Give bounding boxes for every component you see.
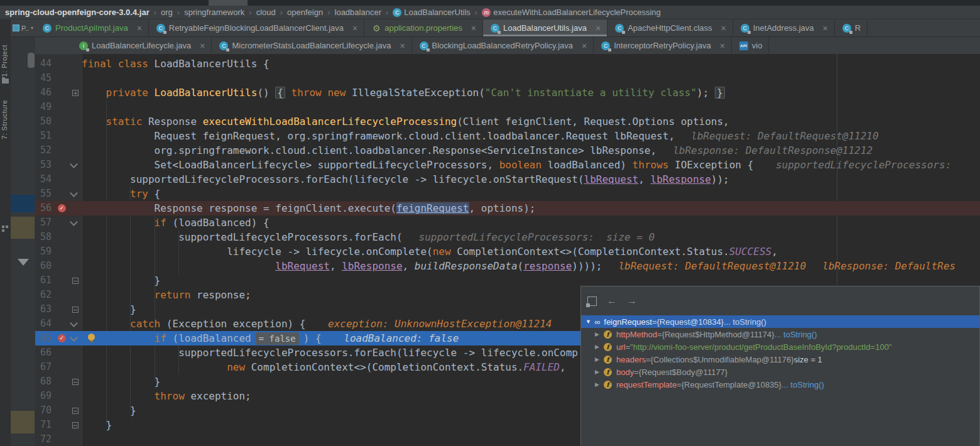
gutter[interactable]: 46: [35, 85, 82, 100]
code-line-46: 46private LoadBalancerUtils() { throw ne…: [35, 85, 980, 100]
gutter[interactable]: 51: [35, 129, 82, 143]
editor-tab[interactable]: CInetAddress.java×: [733, 19, 835, 36]
breadcrumb-item[interactable]: spring-cloud-openfeign-core-3.0.4.jar: [5, 8, 150, 17]
expand-triangle-icon[interactable]: ▶: [595, 331, 604, 337]
back-arrow-icon[interactable]: ←: [607, 296, 617, 306]
fold-arrow-icon[interactable]: [70, 218, 78, 226]
expand-triangle-icon[interactable]: ▶: [595, 369, 604, 375]
editor-tab[interactable]: CLoadBalancerUtils.java×: [483, 19, 607, 36]
close-icon[interactable]: ×: [823, 24, 828, 33]
gutter[interactable]: 45: [35, 71, 82, 85]
editor-tab[interactable]: CRetryableFeignBlockingLoadBalancerClien…: [149, 19, 364, 36]
debugger-variable-row[interactable]: ▶furl = "http://viomi-foo-server/product…: [581, 340, 979, 353]
fold-arrow-icon[interactable]: [70, 334, 78, 342]
code-token: [148, 87, 155, 99]
close-icon[interactable]: ×: [582, 41, 587, 50]
gutter[interactable]: 57: [35, 215, 82, 230]
breakpoint-icon[interactable]: [58, 334, 66, 342]
code-token: (Client feignClient, Request.Options opt…: [457, 116, 729, 128]
gutter[interactable]: 72: [35, 432, 82, 446]
breakpoint-icon[interactable]: [58, 204, 66, 212]
fold-arrow-icon[interactable]: [70, 189, 78, 197]
gutter[interactable]: 65: [35, 331, 82, 345]
expand-triangle-icon[interactable]: [18, 259, 29, 266]
debugger-variable-row[interactable]: ▶fheaders = {Collections$UnmodifiableMap…: [581, 353, 979, 366]
editor-tab[interactable]: CProductApiImpl.java×: [35, 19, 149, 36]
close-icon[interactable]: ×: [720, 41, 725, 50]
gutter[interactable]: 66: [35, 345, 82, 360]
expand-triangle-icon[interactable]: ▶: [595, 344, 604, 350]
gutter[interactable]: 55: [35, 187, 82, 201]
gutter[interactable]: 56: [35, 201, 82, 215]
tool-stripe-project-button[interactable]: 1: Project: [1, 45, 8, 77]
debugger-variable-row[interactable]: ▼∞feignRequest = {Request@10834} ... toS…: [581, 315, 979, 328]
project-panel-header[interactable]: P.. ▾: [11, 19, 35, 37]
gutter[interactable]: 71: [35, 418, 82, 432]
breadcrumb-item[interactable]: loadbalancer: [335, 8, 381, 17]
editor-tab[interactable]: CBlockingLoadBalancedRetryPolicy.java×: [412, 37, 594, 54]
project-panel-scrollbar[interactable]: [28, 53, 35, 68]
fold-arrow-icon[interactable]: [70, 319, 78, 327]
editor-tab[interactable]: CInterceptorRetryPolicy.java×: [594, 37, 732, 54]
breadcrumb-item[interactable]: CLoadBalancerUtils: [393, 8, 471, 17]
breadcrumb-item[interactable]: mexecuteWithLoadBalancerLifecycleProcess…: [482, 8, 661, 17]
gutter[interactable]: 54: [35, 172, 82, 187]
gutter[interactable]: 63: [35, 302, 82, 317]
tool-stripe-structure-button[interactable]: 7: Structure: [1, 100, 8, 139]
editor-tab[interactable]: ILoadBalancerLifecycle.java×: [72, 37, 212, 54]
breadcrumb-item[interactable]: openfeign: [287, 8, 323, 17]
project-panel-collapsed[interactable]: P.. ▾: [11, 19, 36, 446]
close-icon[interactable]: ×: [400, 41, 405, 50]
editor-tab[interactable]: CApacheHttpClient.class×: [607, 19, 733, 36]
fold-end-icon[interactable]: [72, 379, 79, 385]
folded-region-icon[interactable]: [72, 90, 79, 96]
close-icon[interactable]: ×: [596, 24, 601, 33]
fold-end-icon[interactable]: [72, 278, 79, 284]
gutter[interactable]: 62: [35, 288, 82, 302]
gutter[interactable]: 44: [35, 57, 82, 71]
gutter[interactable]: 59: [35, 244, 82, 259]
fold-end-icon[interactable]: [72, 422, 79, 428]
forward-arrow-icon[interactable]: →: [627, 296, 637, 306]
favorites-icon[interactable]: [2, 226, 8, 232]
close-icon[interactable]: ×: [352, 24, 357, 33]
gutter[interactable]: 67: [35, 360, 82, 374]
gutter[interactable]: 69: [35, 389, 82, 403]
collapse-triangle-icon[interactable]: ▼: [585, 318, 594, 325]
gutter[interactable]: 49: [35, 100, 82, 114]
gutter[interactable]: 60: [35, 259, 82, 273]
editor-tab[interactable]: CMicrometerStatsLoadBalancerLifecycle.ja…: [212, 37, 411, 54]
gutter[interactable]: 61: [35, 273, 82, 288]
debugger-variable-row[interactable]: ▶frequestTemplate = {RequestTemplate@108…: [581, 378, 979, 391]
debugger-variable-row[interactable]: ▶fbody = {Request$Body@11177}: [581, 366, 979, 378]
fold-end-icon[interactable]: [72, 408, 79, 414]
gutter[interactable]: 70: [35, 403, 82, 418]
fold-arrow-icon[interactable]: [70, 160, 78, 168]
close-icon[interactable]: ×: [721, 24, 726, 33]
editor-tab[interactable]: ⚙application.properties×: [364, 19, 483, 36]
breadcrumb-item[interactable]: cloud: [256, 8, 276, 17]
show-in-variables-icon[interactable]: [587, 296, 597, 306]
expand-triangle-icon[interactable]: ▶: [595, 381, 604, 388]
breadcrumb: spring-cloud-openfeign-core-3.0.4.jar›or…: [0, 6, 980, 19]
intention-bulb-icon[interactable]: [88, 334, 95, 340]
variable-name: httpMethod: [616, 330, 657, 339]
close-icon[interactable]: ×: [137, 24, 142, 33]
gutter[interactable]: 64: [35, 317, 82, 331]
debugger-variable-row[interactable]: ▶fhttpMethod = {Request$HttpMethod@11174…: [581, 328, 979, 340]
editor-tab[interactable]: CR: [835, 19, 868, 36]
gutter[interactable]: 52: [35, 143, 82, 158]
gutter[interactable]: 53: [35, 158, 82, 172]
gutter[interactable]: 68: [35, 374, 82, 389]
code-line-57: 57if (loadBalanced) {: [35, 215, 980, 230]
breadcrumb-item[interactable]: org: [161, 8, 173, 17]
breadcrumb-item[interactable]: springframework: [184, 8, 244, 17]
gutter[interactable]: 50: [35, 114, 82, 129]
editor-tab[interactable]: APIvio: [732, 37, 770, 54]
gutter[interactable]: 58: [35, 230, 82, 244]
fold-end-icon[interactable]: [72, 307, 79, 313]
close-icon[interactable]: ×: [471, 24, 476, 33]
close-icon[interactable]: ×: [200, 41, 205, 50]
expand-triangle-icon[interactable]: ▶: [595, 356, 604, 362]
project-folder-icon[interactable]: [2, 79, 9, 84]
